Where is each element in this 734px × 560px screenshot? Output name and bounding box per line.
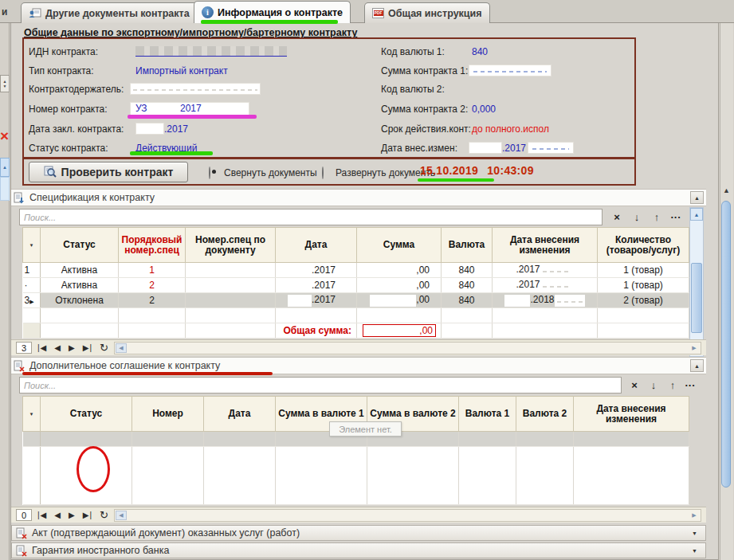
contract-holder-field[interactable] bbox=[130, 83, 261, 95]
section-expand-button[interactable]: ▼ bbox=[688, 527, 701, 539]
scroll-right-icon[interactable]: ▶ bbox=[689, 511, 700, 520]
last-page-button[interactable]: ▶| bbox=[81, 511, 94, 519]
section-collapse-button[interactable]: ▲ bbox=[690, 191, 704, 204]
spec-hscrollbar[interactable]: ◀ ▶ bbox=[114, 342, 701, 354]
suppl-search-down-icon[interactable]: ↓ bbox=[646, 377, 661, 393]
column-change-date[interactable]: Дата внесения изменения bbox=[493, 228, 598, 263]
field-label: Срок действия.конт: bbox=[381, 123, 471, 135]
left-scrollbar-track[interactable] bbox=[0, 177, 10, 201]
spec-scroll-up-icon[interactable]: ▲ bbox=[690, 208, 703, 221]
column-currency[interactable]: Валюта bbox=[442, 228, 493, 263]
filter-column-header[interactable]: ▼ bbox=[23, 228, 41, 263]
page-scroll-up-icon[interactable]: ▲ bbox=[723, 186, 730, 194]
spec-scroll-thumb[interactable] bbox=[691, 263, 702, 333]
annotation-green-underline-date bbox=[418, 178, 494, 182]
app-window: и Другие документы контракта i Информаци… bbox=[0, 0, 734, 560]
first-page-button[interactable]: |◀ bbox=[36, 511, 49, 519]
spec-row-selected[interactable]: 3▶ Отклонена 2 .2017 ,00 840 .2018 2 (то… bbox=[23, 293, 689, 308]
cell-currency: 840 bbox=[442, 278, 493, 293]
redacted-value bbox=[370, 295, 416, 307]
suppl-search-up-icon[interactable]: ↑ bbox=[665, 377, 681, 393]
refresh-button[interactable]: ↻ bbox=[98, 342, 110, 354]
column-currency2[interactable]: Валюта 2 bbox=[516, 397, 574, 432]
redacted-value bbox=[504, 295, 530, 307]
timestamp-date: 15.10.2019 bbox=[420, 164, 478, 177]
redacted-value bbox=[288, 295, 312, 307]
spec-clear-search-icon[interactable]: × bbox=[609, 209, 625, 225]
tab-other-documents[interactable]: Другие документы контракта bbox=[21, 2, 198, 23]
spec-row[interactable]: · Активна 2 .2017 ,00 840 .2017 1 (товар… bbox=[23, 278, 689, 293]
page-scroll-thumb[interactable] bbox=[721, 201, 731, 488]
filter-column-header[interactable]: ▼ bbox=[23, 397, 41, 432]
section-guarantee-header[interactable]: Гарантия иностранного банка ▼ bbox=[11, 542, 706, 558]
field-label: Тип контракта: bbox=[29, 65, 94, 76]
section-collapse-button[interactable]: ▲ bbox=[690, 359, 704, 372]
row-marker-icon: ▶ bbox=[29, 299, 33, 304]
suppl-pager: 0 |◀ ◀ ▶ ▶| ↻ ◀ ▶ bbox=[11, 507, 706, 523]
suppl-hscrollbar[interactable]: ◀ ▶ bbox=[114, 509, 701, 522]
refresh-button[interactable]: ↻ bbox=[98, 509, 110, 521]
expand-documents-radio[interactable] bbox=[322, 166, 324, 179]
document-down-icon bbox=[14, 192, 25, 204]
field-label: Статус контракта: bbox=[29, 143, 108, 154]
cell-sum: ,00 bbox=[357, 263, 442, 278]
suppl-search-input[interactable] bbox=[19, 377, 622, 394]
contract-sum1-field[interactable] bbox=[469, 65, 551, 76]
section-title: Дополнительное соглашение к контракту bbox=[29, 360, 220, 371]
prev-page-button[interactable]: ◀ bbox=[53, 511, 63, 519]
column-date[interactable]: Дата bbox=[276, 228, 357, 263]
column-currency1[interactable]: Валюта 1 bbox=[459, 397, 516, 432]
spec-row[interactable]: 1 Активна 1 .2017 ,00 840 .2017 1 (товар… bbox=[23, 263, 689, 278]
annotation-green-underline-tab bbox=[201, 20, 338, 24]
section-act-header[interactable]: Акт (подтверждающий документ) оказанных … bbox=[11, 525, 706, 541]
prev-page-button[interactable]: ◀ bbox=[53, 343, 63, 352]
suppl-clear-search-icon[interactable]: × bbox=[626, 377, 642, 393]
column-quantity[interactable]: Количество (товаров/услуг) bbox=[598, 228, 689, 263]
document-x-icon bbox=[16, 545, 27, 557]
pdf-icon: PDF bbox=[372, 8, 384, 18]
spec-search-down-icon[interactable]: ↓ bbox=[629, 209, 645, 225]
check-contract-button[interactable]: Проверить контракт bbox=[29, 162, 188, 182]
column-status[interactable]: Статус bbox=[41, 228, 119, 263]
spin-stepper[interactable]: ▲▼ bbox=[0, 75, 10, 92]
timestamp: 15.10.2019 10:43:09 bbox=[420, 164, 534, 177]
scroll-right-icon[interactable]: ▶ bbox=[689, 343, 700, 353]
spec-empty-row bbox=[23, 308, 689, 323]
spec-search-up-icon[interactable]: ↑ bbox=[649, 209, 665, 225]
column-order-number[interactable]: Порядковый номер.спец bbox=[119, 228, 186, 263]
scroll-left-icon[interactable]: ◀ bbox=[116, 343, 127, 353]
change-date-value: .2017 bbox=[502, 143, 526, 154]
redacted-value bbox=[540, 280, 574, 292]
validity-value: до полного.испол bbox=[472, 123, 549, 135]
column-status[interactable]: Статус bbox=[41, 397, 132, 432]
column-date[interactable]: Дата bbox=[204, 397, 276, 432]
cell-changed: .2017 bbox=[493, 278, 598, 293]
tab-label: Другие документы контракта bbox=[45, 8, 190, 19]
partial-tab[interactable]: и bbox=[2, 6, 7, 18]
left-close-icon[interactable]: × bbox=[0, 127, 9, 145]
field-label: Сумма контракта 2: bbox=[381, 104, 468, 115]
last-page-button[interactable]: ▶| bbox=[81, 343, 94, 352]
spec-search-input[interactable] bbox=[19, 209, 603, 225]
spec-more-icon[interactable]: ··· bbox=[668, 209, 684, 225]
column-number[interactable]: Номер bbox=[132, 397, 204, 432]
section-specification-header[interactable]: Спецификация к контракту ▲ bbox=[11, 189, 706, 206]
cell-order: 2 bbox=[119, 278, 186, 293]
column-change-date[interactable]: Дата внесения изменения bbox=[574, 397, 689, 432]
suppl-more-icon[interactable]: ··· bbox=[682, 377, 698, 393]
collapse-documents-radio[interactable] bbox=[209, 166, 210, 179]
scroll-left-icon[interactable]: ◀ bbox=[116, 511, 127, 520]
contract-date-value: .2017 bbox=[164, 123, 188, 135]
cell-date: .2017 bbox=[276, 278, 357, 293]
next-page-button[interactable]: ▶ bbox=[67, 343, 77, 352]
idn-value[interactable] bbox=[135, 45, 287, 58]
tab-general-instruction[interactable]: PDF Общая инструкция bbox=[364, 2, 490, 23]
cell-doc bbox=[186, 263, 276, 278]
column-doc-number[interactable]: Номер.спец по документу bbox=[186, 228, 276, 263]
left-scroll-up-icon[interactable]: ▲ bbox=[0, 158, 10, 177]
next-page-button[interactable]: ▶ bbox=[67, 511, 77, 519]
contract-number-field[interactable]: УЗ 2017 bbox=[130, 102, 249, 116]
first-page-button[interactable]: |◀ bbox=[36, 343, 49, 352]
section-expand-button[interactable]: ▼ bbox=[688, 544, 701, 557]
column-sum[interactable]: Сумма bbox=[357, 228, 442, 263]
